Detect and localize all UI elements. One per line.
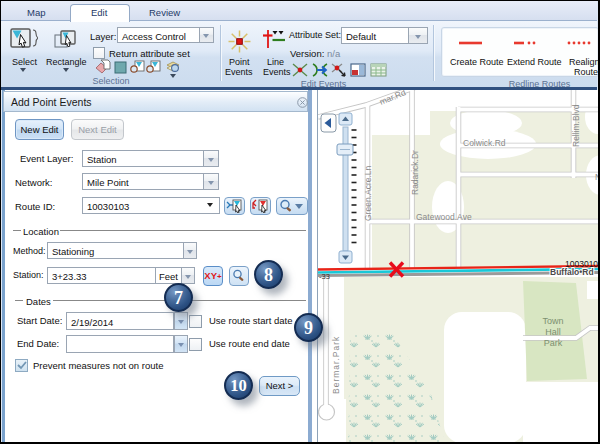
svg-text:Park: Park (544, 338, 563, 348)
svg-text:Gatewood.Ave: Gatewood.Ave (416, 212, 472, 222)
svg-text:Colwick.Rd: Colwick.Rd (463, 138, 506, 148)
svg-text:Bermar.Park: Bermar.Park (331, 336, 341, 394)
svg-text:Buffalo•Rd: Buffalo•Rd (550, 267, 594, 277)
svg-text:Town: Town (542, 316, 563, 326)
svg-text:Rellim.Blvd: Rellim.Blvd (571, 104, 581, 147)
svg-text:Green.Acre.Ln: Green.Acre.Ln (363, 165, 373, 221)
svg-text:N: N (595, 172, 599, 182)
svg-text:-33: -33 (319, 272, 330, 281)
svg-text:mar.Rd: mar.Rd (378, 90, 407, 107)
svg-text:Hall: Hall (545, 327, 561, 337)
svg-text:Radarick.Dr: Radarick.Dr (410, 150, 420, 195)
